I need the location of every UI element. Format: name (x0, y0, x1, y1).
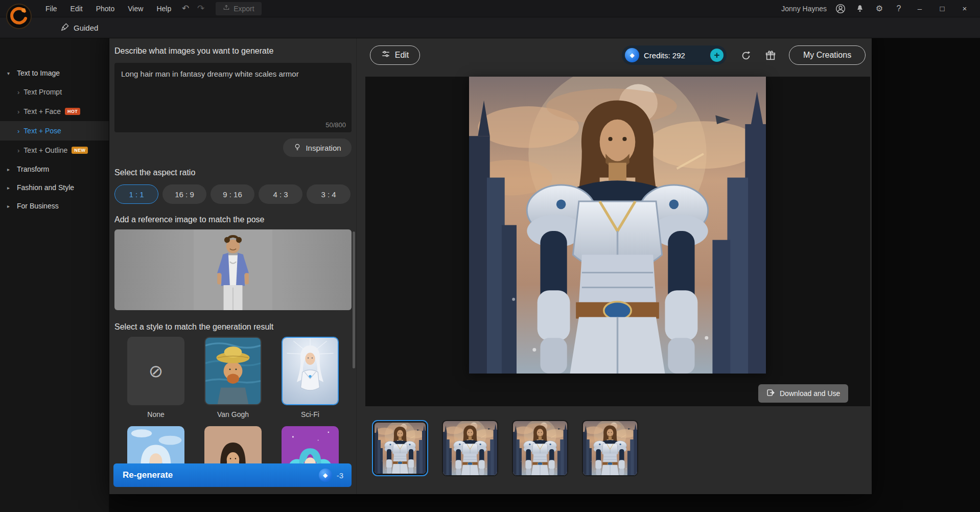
download-and-use-button[interactable]: Download and Use (758, 384, 848, 403)
style-options-row-2 (114, 426, 352, 463)
thumbnail-1[interactable] (372, 420, 428, 476)
menu-photo[interactable]: Photo (89, 0, 122, 17)
regenerate-cost: -3 (337, 471, 343, 480)
prompt-input-wrap: Long hair man in fantasy dreamy white sc… (114, 63, 352, 132)
user-name: Jonny Haynes (781, 5, 827, 13)
chevron-right-icon: › (17, 127, 19, 135)
style-label-none: None (127, 410, 184, 418)
style-card-none[interactable]: ⊘ (127, 337, 184, 405)
style-card-anime[interactable] (282, 426, 339, 463)
thumbnail-3[interactable] (512, 420, 568, 476)
guided-label: Guided (74, 24, 98, 32)
style-label-van-gogh: Van Gogh (204, 410, 262, 418)
aspect-ratio-row: 1 : 1 16 : 9 9 : 16 4 : 3 3 : 4 (114, 184, 352, 204)
app-logo[interactable] (6, 4, 32, 29)
credit-coin-icon: ◆ (625, 48, 639, 62)
window-restore-button[interactable]: □ (935, 2, 949, 16)
triangle-right-icon: ▸ (7, 167, 12, 172)
sidebar-item-text-prompt[interactable]: › Text Prompt (0, 82, 109, 102)
refresh-icon[interactable] (739, 49, 753, 63)
sidebar-section-transform[interactable]: ▸ Transform (0, 160, 109, 178)
generation-panel: Describe what images you want to generat… (109, 37, 357, 494)
help-icon[interactable]: ? (893, 3, 904, 14)
diamond-glyph: ◆ (629, 52, 634, 59)
guided-tab[interactable]: Guided (60, 21, 98, 35)
sliders-icon (381, 50, 390, 61)
panel-scrollbar[interactable] (353, 231, 355, 368)
window-minimize-button[interactable]: – (913, 2, 927, 16)
generated-image[interactable] (469, 77, 766, 374)
sidebar-section-text-to-image[interactable]: ▾ Text to Image (0, 64, 109, 82)
my-creations-button[interactable]: My Creations (789, 45, 866, 65)
ratio-1-1-button[interactable]: 1 : 1 (114, 184, 158, 204)
menu-help[interactable]: Help (150, 0, 178, 17)
ratio-16-9-button[interactable]: 16 : 9 (162, 184, 206, 204)
item-label: Text + Outline (24, 146, 67, 154)
ratio-9-16-button[interactable]: 9 : 16 (211, 184, 254, 204)
download-icon (766, 388, 775, 399)
sidebar: ▾ Text to Image › Text Prompt › Text + F… (0, 38, 109, 512)
add-credits-button[interactable]: + (710, 49, 724, 62)
style-card-van-gogh[interactable] (204, 337, 262, 405)
preview-panel: Edit ◆ Credits: 292 + My Creations (357, 37, 872, 494)
inspiration-label: Inspiration (306, 144, 341, 152)
my-creations-label: My Creations (803, 51, 851, 60)
credit-coin-icon: ◆ (319, 469, 332, 482)
section-label: For Business (17, 202, 59, 210)
credits-pill[interactable]: ◆ Credits: 292 + (622, 45, 727, 65)
sidebar-item-text-pose[interactable]: › Text + Pose (0, 121, 109, 141)
section-label: Text to Image (17, 69, 60, 77)
aspect-ratio-label: Select the aspect ratio (114, 168, 195, 177)
style-label-sci-fi: Sci-Fi (282, 410, 339, 418)
lightbulb-icon (293, 143, 301, 153)
text-pose-dialog: Text + Pose □ × Describe what images you… (109, 20, 872, 494)
style-card-blue-hair[interactable] (127, 426, 184, 463)
pose-reference-label: Add a reference image to match the pose (114, 215, 265, 224)
new-badge: NEW (72, 147, 88, 154)
menu-edit[interactable]: Edit (64, 0, 89, 17)
sidebar-section-for-business[interactable]: ▸ For Business (0, 197, 109, 215)
redo-icon[interactable]: ↷ (193, 3, 208, 14)
prompt-input[interactable]: Long hair man in fantasy dreamy white sc… (114, 63, 352, 132)
diamond-glyph: ◆ (323, 472, 328, 479)
undo-icon[interactable]: ↶ (178, 3, 193, 14)
app-menubar: File Edit Photo View Help ↶ ↷ Export Jon… (0, 0, 980, 17)
thumbnail-2[interactable] (442, 420, 498, 476)
inspiration-button[interactable]: Inspiration (283, 138, 352, 157)
menu-file[interactable]: File (39, 0, 64, 17)
ratio-4-3-button[interactable]: 4 : 3 (259, 184, 302, 204)
chevron-right-icon: › (17, 88, 19, 96)
ratio-3-4-button[interactable]: 3 : 4 (307, 184, 351, 204)
menu-view[interactable]: View (121, 0, 150, 17)
regenerate-label: Re-generate (123, 470, 173, 480)
notifications-bell-icon[interactable] (854, 3, 866, 14)
pen-icon (60, 23, 69, 33)
preview-stage: Download and Use (365, 77, 870, 406)
window-close-button[interactable]: × (958, 2, 972, 16)
char-counter: 50/800 (325, 121, 346, 129)
style-card-realistic[interactable] (204, 426, 262, 463)
sidebar-item-text-outline[interactable]: › Text + Outline NEW (0, 141, 109, 160)
item-label: Text Prompt (24, 88, 62, 96)
chevron-right-icon: › (17, 108, 19, 115)
app-toolbar: Guided (0, 17, 980, 38)
style-select-label: Select a style to match the generation r… (114, 322, 273, 332)
export-button[interactable]: Export (216, 2, 261, 15)
edit-button[interactable]: Edit (370, 45, 420, 65)
gift-icon[interactable] (763, 49, 778, 63)
regenerate-button[interactable]: Re-generate ◆ -3 (113, 463, 352, 487)
chevron-right-icon: › (17, 147, 19, 154)
export-icon (223, 4, 230, 13)
user-avatar-icon[interactable] (835, 3, 846, 14)
sidebar-item-text-face[interactable]: › Text + Face HOT (0, 102, 109, 121)
section-label: Transform (17, 165, 49, 173)
prompt-label: Describe what images you want to generat… (114, 46, 273, 56)
style-card-sci-fi[interactable] (282, 337, 339, 405)
settings-gear-icon[interactable]: ⚙ (874, 3, 885, 14)
thumbnail-4[interactable] (582, 420, 638, 476)
style-labels-row: None Van Gogh Sci-Fi (114, 410, 352, 418)
section-label: Fashion and Style (17, 183, 74, 192)
sidebar-section-fashion-style[interactable]: ▸ Fashion and Style (0, 178, 109, 197)
pose-reference-image[interactable] (114, 229, 352, 310)
download-label: Download and Use (780, 389, 840, 398)
